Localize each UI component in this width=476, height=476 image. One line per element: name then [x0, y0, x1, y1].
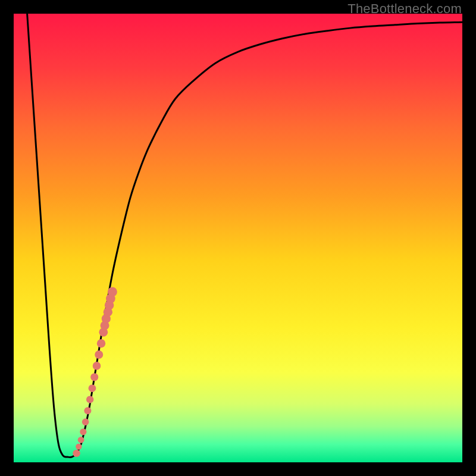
highlight-dot: [84, 407, 91, 414]
bottleneck-chart: [14, 14, 462, 462]
plot-area: [14, 14, 462, 462]
highlight-dot: [80, 428, 86, 435]
highlight-dot: [86, 396, 93, 403]
highlight-dot: [90, 373, 98, 381]
highlight-dot: [95, 350, 103, 359]
gradient-background: [14, 14, 462, 462]
highlight-dot: [93, 362, 101, 370]
highlight-dot: [97, 339, 105, 347]
highlight-dot: [76, 443, 82, 449]
highlight-dot: [73, 450, 80, 457]
highlight-dot: [78, 437, 84, 443]
highlight-dot: [108, 287, 117, 296]
chart-frame: TheBottleneck.com: [0, 0, 476, 476]
watermark-label: TheBottleneck.com: [347, 1, 462, 17]
highlight-dot: [82, 418, 89, 425]
highlight-dot: [89, 384, 96, 392]
